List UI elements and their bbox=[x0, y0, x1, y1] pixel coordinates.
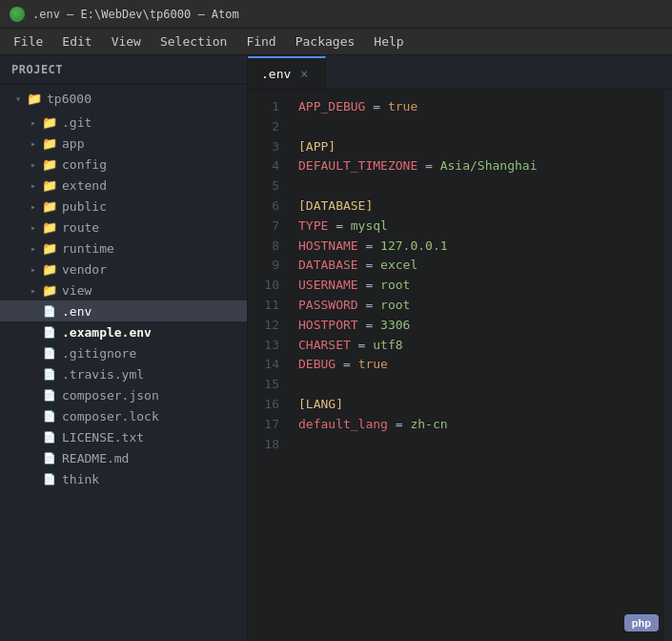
code-line: TYPE = mysql bbox=[298, 217, 664, 237]
line-number: 11 bbox=[248, 296, 279, 316]
code-line bbox=[298, 176, 664, 196]
tree-file-README-md[interactable]: ▸ 📄 README.md bbox=[0, 447, 247, 468]
code-line: CHARSET = utf8 bbox=[298, 336, 664, 356]
chevron-right-icon: ▸ bbox=[27, 178, 40, 192]
tree-item-root[interactable]: ▾ 📁 tp6000 bbox=[0, 85, 247, 112]
menu-bar: FileEditViewSelectionFindPackagesHelp bbox=[0, 29, 672, 55]
chevron-right-icon: ▸ bbox=[27, 283, 40, 297]
file-icon: 📄 bbox=[42, 408, 57, 424]
code-line: PASSWORD = root bbox=[298, 296, 664, 316]
menu-item-help[interactable]: Help bbox=[364, 31, 413, 52]
tab-bar: .env × bbox=[248, 55, 672, 90]
file-label: .example.env bbox=[62, 325, 152, 340]
tab-label: .env bbox=[261, 67, 291, 81]
line-number: 18 bbox=[248, 435, 279, 455]
tree-folder-config[interactable]: ▸ 📁 config bbox=[0, 154, 247, 175]
editor-tab-env[interactable]: .env × bbox=[248, 56, 326, 89]
atom-icon bbox=[10, 7, 25, 22]
folder-label: vendor bbox=[62, 262, 107, 277]
php-badge: php bbox=[624, 614, 659, 631]
file-icon: 📄 bbox=[42, 429, 57, 445]
tree-folder-app[interactable]: ▸ 📁 app bbox=[0, 133, 247, 154]
file-label: .env bbox=[62, 304, 92, 319]
file-label: .gitignore bbox=[62, 346, 136, 361]
code-line: DEFAULT_TIMEZONE = Asia/Shanghai bbox=[298, 156, 664, 176]
folder-icon: 📁 bbox=[27, 91, 42, 106]
line-number: 16 bbox=[248, 395, 279, 415]
file-label: composer.json bbox=[62, 388, 159, 403]
chevron-right-icon: ▸ bbox=[27, 199, 40, 213]
line-number: 3 bbox=[248, 137, 279, 157]
line-number: 6 bbox=[248, 196, 279, 217]
line-numbers: 123456789101112131415161718 bbox=[248, 90, 291, 641]
line-number: 5 bbox=[248, 176, 279, 196]
tree-folder-extend[interactable]: ▸ 📁 extend bbox=[0, 175, 247, 196]
code-editor[interactable]: APP_DEBUG = true [APP]DEFAULT_TIMEZONE =… bbox=[291, 90, 664, 641]
tree-folder-vendor[interactable]: ▸ 📁 vendor bbox=[0, 258, 247, 279]
tree-file-LICENSE-txt[interactable]: ▸ 📄 LICENSE.txt bbox=[0, 426, 247, 447]
line-number: 10 bbox=[248, 276, 279, 296]
menu-item-file[interactable]: File bbox=[4, 31, 52, 52]
line-number: 9 bbox=[248, 256, 279, 276]
folder-icon: 📁 bbox=[42, 135, 57, 151]
code-line: USERNAME = root bbox=[298, 276, 664, 296]
line-number: 1 bbox=[248, 97, 279, 117]
tree-file--gitignore[interactable]: ▸ 📄 .gitignore bbox=[0, 342, 247, 363]
folder-icon: 📁 bbox=[42, 282, 57, 298]
code-line: default_lang = zh-cn bbox=[298, 415, 664, 435]
sidebar-header: Project bbox=[0, 55, 247, 85]
line-number: 14 bbox=[248, 355, 279, 375]
folder-label: route bbox=[62, 220, 99, 235]
menu-item-packages[interactable]: Packages bbox=[286, 31, 365, 52]
folder-label: view bbox=[62, 283, 92, 298]
file-label: README.md bbox=[62, 451, 129, 465]
file-label: composer.lock bbox=[62, 409, 159, 424]
file-icon: 📄 bbox=[42, 387, 57, 403]
menu-item-find[interactable]: Find bbox=[236, 31, 285, 52]
file-label: think bbox=[62, 472, 99, 486]
code-line bbox=[298, 375, 664, 395]
tree-folder-view[interactable]: ▸ 📁 view bbox=[0, 279, 247, 300]
code-line: [LANG] bbox=[298, 395, 664, 415]
tree-folder-.git[interactable]: ▸ 📁 .git bbox=[0, 112, 247, 133]
file-label: .travis.yml bbox=[62, 367, 144, 382]
code-line: HOSTNAME = 127.0.0.1 bbox=[298, 237, 664, 257]
folder-icon: 📁 bbox=[42, 114, 57, 130]
tree-folder-runtime[interactable]: ▸ 📁 runtime bbox=[0, 238, 247, 258]
editor-area: .env × 123456789101112131415161718 APP_D… bbox=[248, 55, 672, 641]
tree-file--env[interactable]: ▸ 📄 .env bbox=[0, 300, 247, 321]
folder-icon: 📁 bbox=[42, 261, 57, 277]
scrollbar[interactable] bbox=[664, 90, 672, 641]
file-icon: 📄 bbox=[42, 471, 57, 486]
tree-file--example-env[interactable]: ▸ 📄 .example.env bbox=[0, 321, 247, 342]
tree-file-composer-lock[interactable]: ▸ 📄 composer.lock bbox=[0, 405, 247, 426]
tab-close-button[interactable]: × bbox=[296, 66, 312, 81]
tree-folder-route[interactable]: ▸ 📁 route bbox=[0, 217, 247, 238]
code-line: HOSTPORT = 3306 bbox=[298, 316, 664, 336]
editor-content: 123456789101112131415161718 APP_DEBUG = … bbox=[248, 90, 672, 641]
folder-icon: 📁 bbox=[42, 219, 57, 235]
tree-root: ▾ 📁 tp6000 ▸ 📁 .git ▸ 📁 app ▸ 📁 config ▸… bbox=[0, 85, 247, 489]
menu-item-edit[interactable]: Edit bbox=[52, 31, 101, 52]
tree-file-think[interactable]: ▸ 📄 think bbox=[0, 468, 247, 489]
folder-icon: 📁 bbox=[42, 198, 57, 214]
code-line: [DATABASE] bbox=[298, 196, 664, 217]
menu-item-selection[interactable]: Selection bbox=[151, 31, 236, 52]
file-label: LICENSE.txt bbox=[62, 430, 144, 445]
file-icon: 📄 bbox=[42, 450, 57, 465]
tree-file-composer-json[interactable]: ▸ 📄 composer.json bbox=[0, 384, 247, 405]
folder-label: app bbox=[62, 136, 84, 151]
tree-folder-public[interactable]: ▸ 📁 public bbox=[0, 196, 247, 217]
line-number: 8 bbox=[248, 237, 279, 257]
code-line bbox=[298, 435, 664, 455]
menu-item-view[interactable]: View bbox=[102, 31, 151, 52]
tree-file--travis-yml[interactable]: ▸ 📄 .travis.yml bbox=[0, 363, 247, 384]
line-number: 4 bbox=[248, 156, 279, 176]
file-icon: 📄 bbox=[42, 345, 57, 361]
folder-label: config bbox=[62, 157, 107, 172]
chevron-right-icon: ▸ bbox=[27, 262, 40, 276]
code-line: [APP] bbox=[298, 137, 664, 157]
chevron-right-icon: ▸ bbox=[27, 241, 40, 255]
main-layout: Project ▾ 📁 tp6000 ▸ 📁 .git ▸ 📁 app ▸ 📁 … bbox=[0, 55, 672, 641]
folder-label: runtime bbox=[62, 241, 114, 256]
